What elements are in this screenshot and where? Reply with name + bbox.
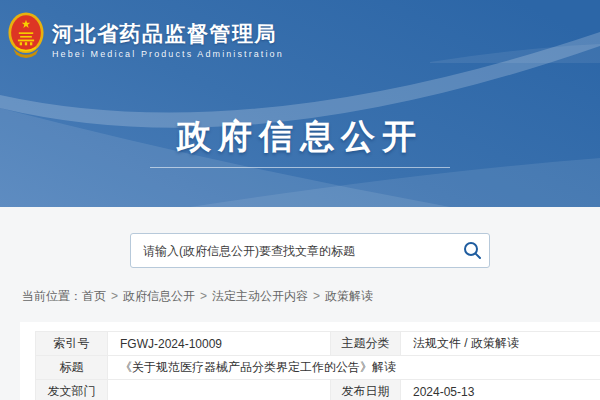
field-value-title: 《关于规范医疗器械产品分类界定工作的公告》解读 [108,356,600,380]
field-label-department: 发文部门 [36,380,108,400]
national-emblem-logo[interactable] [8,12,44,63]
table-row: 发文部门 发布日期 2024-05-13 [36,380,600,400]
table-row: 索引号 FGWJ-2024-10009 主题分类 法规文件 / 政策解读 [36,332,600,356]
top-banner: 河北省药品监督管理局 Hebei Medical Products Admini… [0,0,600,207]
breadcrumb-separator: > [111,289,118,303]
agency-titles: 河北省药品监督管理局 Hebei Medical Products Admini… [52,22,284,59]
content-panel: 索引号 FGWJ-2024-10009 主题分类 法规文件 / 政策解读 标题 … [20,322,600,400]
breadcrumb-separator: > [200,289,207,303]
table-row: 标题 《关于规范医疗器械产品分类界定工作的公告》解读 [36,356,600,380]
field-label-index: 索引号 [36,332,108,356]
national-emblem-icon [8,12,44,59]
breadcrumb-item-disclosure[interactable]: 法定主动公开内容 [212,289,308,303]
field-label-pubdate: 发布日期 [331,380,401,400]
field-value-department [108,380,331,400]
breadcrumb-item-gov-info[interactable]: 政府信息公开 [123,289,195,303]
field-label-category: 主题分类 [331,332,401,356]
site-header: 河北省药品监督管理局 Hebei Medical Products Admini… [8,12,284,63]
breadcrumb: 当前位置：首页>政府信息公开>法定主动公开内容>政策解读 [22,288,373,305]
breadcrumb-item-policy[interactable]: 政策解读 [325,289,373,303]
document-info-table: 索引号 FGWJ-2024-10009 主题分类 法规文件 / 政策解读 标题 … [35,331,600,400]
breadcrumb-label: 当前位置： [22,289,82,303]
search-bar [130,233,490,268]
banner-divider [150,167,450,168]
breadcrumb-item-home[interactable]: 首页 [82,289,106,303]
field-value-category: 法规文件 / 政策解读 [401,332,600,356]
breadcrumb-separator: > [313,289,320,303]
field-label-title: 标题 [36,356,108,380]
search-icon [463,241,482,260]
agency-title-en: Hebei Medical Products Administration [52,49,284,59]
page-title: 政府信息公开 [0,114,600,160]
search-input[interactable] [131,234,455,267]
field-value-index: FGWJ-2024-10009 [108,332,331,356]
field-value-pubdate: 2024-05-13 [401,380,600,400]
search-button[interactable] [455,234,489,267]
agency-title-cn: 河北省药品监督管理局 [52,22,284,46]
